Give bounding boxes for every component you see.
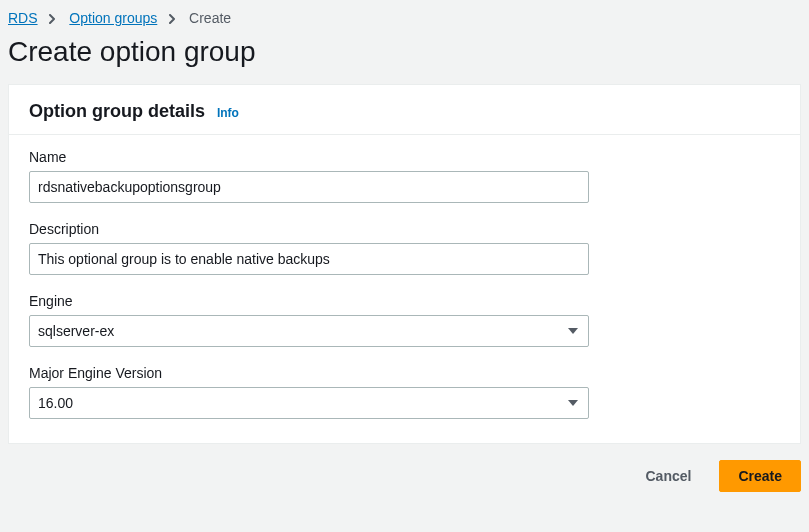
major-engine-version-label: Major Engine Version xyxy=(29,365,780,381)
engine-value: sqlserver-ex xyxy=(38,323,114,339)
panel-body: Name Description Engine sqlserver-ex Maj… xyxy=(9,135,800,443)
name-input[interactable] xyxy=(29,171,589,203)
breadcrumb: RDS Option groups Create xyxy=(0,0,809,32)
engine-label: Engine xyxy=(29,293,780,309)
breadcrumb-link-option-groups[interactable]: Option groups xyxy=(69,10,157,26)
create-button[interactable]: Create xyxy=(719,460,801,492)
info-link[interactable]: Info xyxy=(217,106,239,120)
field-description: Description xyxy=(29,221,780,275)
option-group-details-panel: Option group details Info Name Descripti… xyxy=(8,84,801,444)
chevron-right-icon xyxy=(169,10,181,26)
field-engine: Engine sqlserver-ex xyxy=(29,293,780,347)
chevron-right-icon xyxy=(49,10,61,26)
field-major-engine-version: Major Engine Version 16.00 xyxy=(29,365,780,419)
panel-title: Option group details xyxy=(29,101,205,121)
breadcrumb-link-rds[interactable]: RDS xyxy=(8,10,38,26)
field-name: Name xyxy=(29,149,780,203)
caret-down-icon xyxy=(568,400,578,406)
breadcrumb-current: Create xyxy=(189,10,231,26)
major-engine-version-value: 16.00 xyxy=(38,395,73,411)
major-engine-version-select[interactable]: 16.00 xyxy=(29,387,589,419)
page-title: Create option group xyxy=(0,32,809,84)
cancel-button[interactable]: Cancel xyxy=(627,460,709,492)
panel-header: Option group details Info xyxy=(9,85,800,135)
name-label: Name xyxy=(29,149,780,165)
caret-down-icon xyxy=(568,328,578,334)
description-input[interactable] xyxy=(29,243,589,275)
footer-actions: Cancel Create xyxy=(0,444,809,492)
engine-select[interactable]: sqlserver-ex xyxy=(29,315,589,347)
description-label: Description xyxy=(29,221,780,237)
